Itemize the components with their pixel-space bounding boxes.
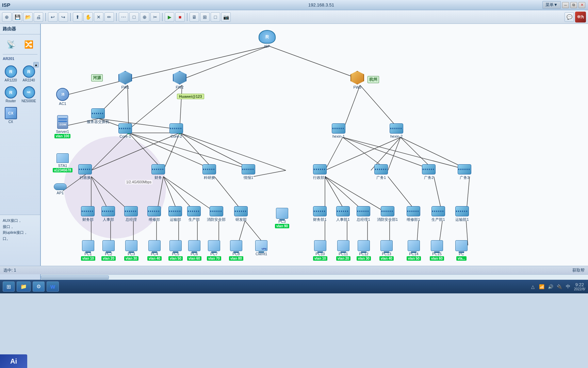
sidebar-item-wifi[interactable]: 📡	[3, 36, 19, 53]
tray-network-icon[interactable]: 📶	[539, 283, 545, 290]
node-PC6[interactable]: PC6 vlan 60	[187, 240, 201, 261]
sidebar-item-router[interactable]: R Router	[3, 85, 19, 104]
node-dept-xiaofang1[interactable]: 消防安全部1	[377, 206, 398, 222]
play-button[interactable]: ▶	[165, 12, 174, 22]
node-PC10[interactable]: PC10 vlan 10	[313, 240, 327, 261]
node-PC8[interactable]: PC8 vlan 80	[229, 240, 243, 261]
node-qingbao[interactable]: 情报1	[242, 164, 255, 180]
scroll-up-button[interactable]: ▲	[33, 62, 39, 67]
node-server-switch[interactable]: 服务器交换机	[87, 108, 109, 124]
node-hexin2[interactable]: hexin-2	[390, 123, 403, 138]
node-dept-renshi[interactable]: 人事部	[101, 206, 115, 222]
chat-button[interactable]: 💬	[565, 12, 574, 22]
node-dept-yunshu[interactable]: 运输部	[168, 206, 182, 222]
node-STA1[interactable]: STA1 a12345678	[53, 153, 72, 172]
node-dept-renshi1[interactable]: 人事部1	[336, 206, 350, 222]
node-xingzhengbu1[interactable]: 行政部1	[313, 164, 327, 180]
window-button[interactable]: □	[211, 12, 220, 22]
dots-button[interactable]: ⋯	[119, 12, 128, 22]
restore-button[interactable]: ⧉	[570, 2, 577, 8]
node-dept-caiwubu[interactable]: 财务部	[81, 206, 95, 222]
undo-button[interactable]: ↩	[48, 12, 58, 22]
taskbar-word-button[interactable]: W	[47, 281, 59, 292]
node-dept-weixiu[interactable]: 维修部	[147, 206, 161, 222]
pen-button[interactable]: ✏	[104, 12, 114, 22]
connect-button[interactable]: ⊕	[140, 12, 149, 22]
scroll-thumb-horizontal[interactable]	[41, 275, 109, 279]
node-Core1[interactable]: Core-1	[118, 123, 132, 138]
node-Core2[interactable]: Core-2	[169, 123, 183, 138]
delete-button[interactable]: ✕	[94, 12, 103, 22]
node-FW2[interactable]: FW2	[173, 71, 186, 89]
horizontal-scrollbar[interactable]	[41, 274, 588, 280]
node-guangwu2[interactable]: 广务2	[422, 164, 436, 180]
tray-lang-icon[interactable]: 中	[565, 283, 571, 290]
new-button[interactable]: ⊕	[2, 12, 12, 22]
node-PC15[interactable]: PC15 vlan 60	[430, 240, 444, 261]
select-button[interactable]: ⬆	[73, 12, 82, 22]
node-PC12[interactable]: PC12 vlan 30	[357, 240, 371, 261]
ai-label: Ai	[0, 354, 27, 368]
node-PC3b[interactable]: PC3 vlan 30	[124, 240, 138, 261]
redo-button[interactable]: ↪	[59, 12, 68, 22]
node-PC7[interactable]: PC7 vlan 70	[207, 240, 221, 261]
taskbar-file-button[interactable]: 📁	[17, 281, 31, 292]
node-Server1[interactable]: .COM Server1 vlan 100	[54, 115, 70, 138]
camera-button[interactable]: 📷	[221, 12, 231, 22]
node-hexin1[interactable]: hexin-1	[332, 123, 345, 138]
cut-button[interactable]: ✂	[150, 12, 160, 22]
node-guangwu1[interactable]: 广务1	[374, 164, 388, 180]
node-PC14[interactable]: PC14 vlan 50	[407, 240, 421, 261]
node-PC5[interactable]: PC5 vlan 50	[168, 240, 183, 261]
minimize-button[interactable]: ─	[562, 2, 569, 8]
tray-expand-icon[interactable]: △	[530, 283, 536, 290]
node-FW3[interactable]: FW3	[350, 71, 364, 89]
node-dept-caiwubu1[interactable]: 财务部1	[313, 206, 327, 222]
tray-volume-icon[interactable]: 🔊	[548, 283, 554, 290]
node-PC13[interactable]: PC13 vlan 40	[379, 240, 394, 261]
tray-power-icon[interactable]: 🔌	[556, 283, 562, 290]
node-PC11[interactable]: PC11 vlan 20	[336, 240, 350, 261]
node-dept-zongjingli[interactable]: 总经理	[124, 206, 138, 222]
node-AP1[interactable]: AP1	[54, 183, 67, 195]
pan-button[interactable]: ✋	[83, 12, 93, 22]
taskbar-app-button[interactable]: ⚙	[33, 281, 45, 292]
node-dept-zongjingli1[interactable]: 总经理1	[357, 206, 370, 222]
main-canvas[interactable]: R ISP FW1 FW2 Huawei@123 FW3 河源 杭州 消 AC1	[41, 24, 588, 266]
node-dept-yunshu1[interactable]: 运输部1	[455, 206, 469, 222]
node-xingzheng[interactable]: 行政换	[78, 164, 92, 180]
taskbar-start-button[interactable]: ⊞	[3, 281, 15, 292]
node-AC1[interactable]: 消 AC1	[56, 88, 69, 106]
stop-button[interactable]: ■	[175, 12, 185, 22]
rect-button[interactable]: □	[129, 12, 139, 22]
node-PC4[interactable]: PC4 vlan 40	[147, 240, 162, 261]
node-Client1[interactable]: VPN Client1	[255, 240, 267, 256]
close-button[interactable]: ✕	[578, 2, 585, 8]
node-dept-shengchan1[interactable]: 生产部1	[431, 206, 445, 222]
save-button[interactable]: 💾	[13, 12, 22, 22]
node-dept-shengchan[interactable]: 生产部	[187, 206, 201, 222]
node-guangwu3[interactable]: 广务3	[458, 164, 471, 180]
sidebar-item-ar1220[interactable]: R AR1220	[3, 64, 19, 83]
node-PC1[interactable]: PC1 vlan 10	[81, 240, 95, 261]
node-FW1[interactable]: FW1	[118, 71, 132, 89]
print-button[interactable]: 🖨	[34, 12, 43, 22]
screen-button[interactable]: 🖥	[190, 12, 199, 22]
node-dept-yanfa[interactable]: 研发部	[234, 206, 248, 222]
node-PC3-top[interactable]: PC3 vlan 90	[275, 208, 289, 228]
node-dept-xiaofang[interactable]: 消防安全部	[207, 206, 226, 222]
open-button[interactable]: 📂	[23, 12, 33, 22]
node-ISP[interactable]: R ISP	[259, 30, 276, 48]
node-PC16[interactable]: PC vla...	[455, 240, 468, 261]
sidebar-item-router2[interactable]: 🔀	[20, 36, 37, 53]
grid-button[interactable]: ⊞	[200, 12, 210, 22]
node-caiwu[interactable]: 财务	[151, 164, 165, 180]
node-dept-weixiu1[interactable]: 维修部1	[407, 206, 420, 222]
node-PC2[interactable]: PC2 vlan 20	[101, 240, 116, 261]
tray-clock[interactable]: 9:22 2022/8/	[574, 282, 585, 291]
node-keyanjiao[interactable]: 科研换	[202, 164, 216, 180]
sidebar-item-cx[interactable]: CX CX	[3, 106, 19, 125]
sidebar-item-ne5000e[interactable]: NE NE5000E	[20, 85, 37, 104]
Server1-icon: .COM	[57, 115, 68, 129]
menu-button[interactable]: 菜单▼	[542, 1, 561, 9]
